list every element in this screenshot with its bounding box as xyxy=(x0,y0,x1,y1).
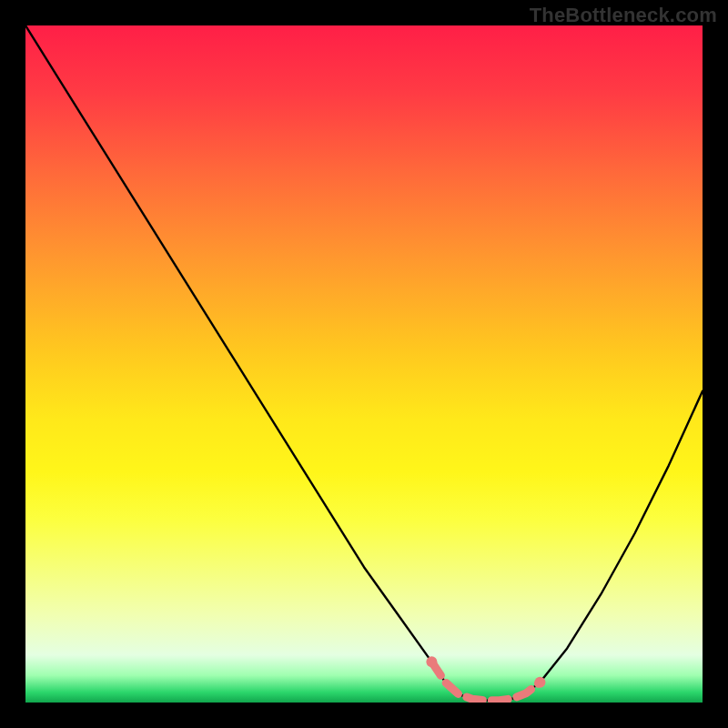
optimal-range-end-cap xyxy=(534,677,545,688)
chart-root: TheBottleneck.com xyxy=(0,0,728,728)
bottleneck-curve xyxy=(25,25,703,701)
watermark-text: TheBottleneck.com xyxy=(530,4,717,27)
optimal-range-highlight xyxy=(431,662,540,700)
plot-area xyxy=(25,25,703,703)
bottleneck-curve-svg xyxy=(25,25,703,703)
optimal-range-start-cap xyxy=(426,656,437,667)
